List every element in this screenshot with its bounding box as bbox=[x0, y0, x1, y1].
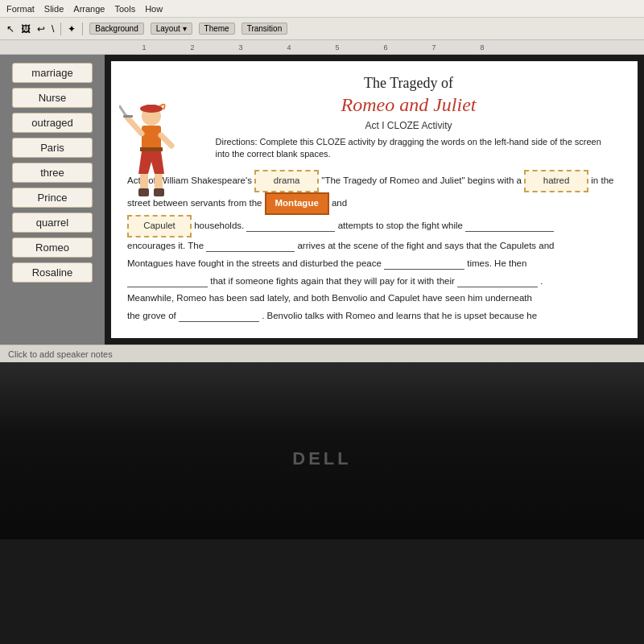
word-card-quarrel[interactable]: quarrel bbox=[12, 213, 93, 233]
main-area: marriage Nurse outraged Paris three Prin… bbox=[0, 55, 644, 345]
toolbar-icon-star[interactable]: ✦ bbox=[68, 23, 76, 35]
romeo-figure bbox=[119, 101, 184, 206]
slide-title-main: The Tragedy of bbox=[196, 74, 621, 93]
menu-bar: Format Slide Arrange Tools How bbox=[0, 0, 644, 18]
notes-bar-text: Click to add speaker notes bbox=[8, 349, 113, 359]
blank-hatred[interactable]: hatred bbox=[524, 170, 588, 192]
text-period: . bbox=[540, 276, 543, 286]
word-bank: marriage Nurse outraged Paris three Prin… bbox=[0, 55, 105, 345]
ruler-mark-1: 1 bbox=[120, 43, 168, 52]
menu-arrange[interactable]: Arrange bbox=[73, 4, 105, 14]
blank-empty-3[interactable] bbox=[206, 241, 295, 252]
slide-directions: Directions: Complete this CLOZE activity… bbox=[216, 136, 602, 161]
ruler-mark-4: 4 bbox=[265, 43, 313, 52]
text-fights: that if someone fights again that they w… bbox=[210, 276, 457, 286]
slide-canvas: The Tragedy of Romeo and Juliet Act I CL… bbox=[111, 61, 638, 338]
toolbar-layout-btn[interactable]: Layout ▾ bbox=[151, 23, 192, 35]
ruler-mark-3: 3 bbox=[217, 43, 265, 52]
ruler-mark-5: 5 bbox=[313, 43, 361, 52]
text-montagues: Montagues have fought in the streets and… bbox=[127, 258, 384, 268]
word-card-nurse[interactable]: Nurse bbox=[12, 88, 93, 108]
toolbar: ↖ 🖼 ↩ \ ✦ Background Layout ▾ Theme Tran… bbox=[0, 18, 644, 40]
ruler-mark-2: 2 bbox=[168, 43, 217, 52]
ruler-mark-6: 6 bbox=[361, 43, 410, 52]
svg-rect-11 bbox=[123, 115, 133, 118]
word-card-outraged[interactable]: outraged bbox=[12, 113, 93, 133]
cloze-text: Act I of William Shakespeare's drama "Th… bbox=[127, 170, 621, 325]
word-card-paris[interactable]: Paris bbox=[12, 138, 93, 158]
blank-empty-7[interactable] bbox=[179, 311, 259, 322]
laptop-surface: DELL bbox=[0, 362, 644, 539]
toolbar-icon-draw[interactable]: \ bbox=[52, 23, 54, 35]
toolbar-divider bbox=[60, 23, 61, 35]
blank-drama[interactable]: drama bbox=[254, 170, 319, 192]
toolbar-transition-btn[interactable]: Transition bbox=[242, 23, 288, 35]
word-card-prince[interactable]: Prince bbox=[12, 188, 93, 208]
menu-how[interactable]: How bbox=[145, 4, 163, 14]
dell-logo: DELL bbox=[292, 448, 351, 469]
menu-tools[interactable]: Tools bbox=[114, 4, 135, 14]
menu-format[interactable]: Format bbox=[6, 4, 35, 14]
toolbar-divider2 bbox=[82, 23, 83, 35]
blank-empty-1[interactable] bbox=[246, 221, 335, 232]
svg-line-12 bbox=[161, 135, 171, 146]
text-begins: "The Tragedy of Romeo and Juliet" begins… bbox=[321, 175, 522, 185]
svg-rect-8 bbox=[154, 188, 164, 196]
text-benvolio: . Benvolio talks with Romeo and learns t… bbox=[262, 311, 537, 320]
svg-rect-4 bbox=[140, 147, 163, 151]
word-card-marriage[interactable]: marriage bbox=[12, 63, 93, 83]
ruler: 1 2 3 4 5 6 7 8 bbox=[0, 40, 644, 55]
word-card-romeo[interactable]: Romeo bbox=[12, 237, 93, 258]
ruler-marks: 1 2 3 4 5 6 7 8 bbox=[120, 43, 506, 52]
text-households: households. bbox=[194, 221, 244, 230]
toolbar-background-btn[interactable]: Background bbox=[89, 23, 143, 35]
blank-capulet[interactable]: Capulet bbox=[127, 215, 192, 237]
blank-empty-4[interactable] bbox=[384, 258, 464, 270]
blank-montague[interactable]: Montague bbox=[265, 192, 329, 215]
slide-subtitle: Act I CLOZE Activity bbox=[196, 120, 621, 131]
ruler-mark-7: 7 bbox=[410, 43, 458, 52]
toolbar-theme-btn[interactable]: Theme bbox=[199, 23, 235, 35]
word-card-three[interactable]: three bbox=[12, 163, 93, 183]
text-and: and bbox=[332, 198, 347, 208]
text-attempts: attempts to stop the fight while bbox=[338, 221, 466, 230]
blank-empty-6[interactable] bbox=[457, 276, 538, 287]
text-arrives: arrives at the scene of the fight and sa… bbox=[297, 241, 554, 250]
svg-rect-2 bbox=[146, 105, 157, 111]
notes-bar[interactable]: Click to add speaker notes bbox=[0, 345, 644, 362]
slide-title-sub: Romeo and Juliet bbox=[196, 93, 621, 118]
ruler-mark-8: 8 bbox=[458, 43, 506, 52]
text-grove: the grove of bbox=[127, 311, 179, 320]
svg-rect-3 bbox=[142, 126, 161, 150]
text-encourages: encourages it. The bbox=[127, 241, 206, 250]
blank-empty-5[interactable] bbox=[127, 276, 208, 287]
text-times: times. He then bbox=[467, 258, 526, 268]
text-meanwhile: Meanwhile, Romeo has been sad lately, an… bbox=[127, 293, 532, 303]
toolbar-icon-undo[interactable]: ↩ bbox=[37, 23, 45, 35]
blank-empty-2[interactable] bbox=[465, 221, 554, 232]
menu-slide[interactable]: Slide bbox=[44, 4, 64, 14]
toolbar-icon-cursor[interactable]: ↖ bbox=[6, 23, 14, 35]
word-card-rosaline[interactable]: Rosaline bbox=[12, 262, 93, 283]
svg-line-9 bbox=[127, 118, 142, 134]
svg-rect-7 bbox=[138, 188, 149, 196]
toolbar-icon-image[interactable]: 🖼 bbox=[21, 23, 31, 35]
